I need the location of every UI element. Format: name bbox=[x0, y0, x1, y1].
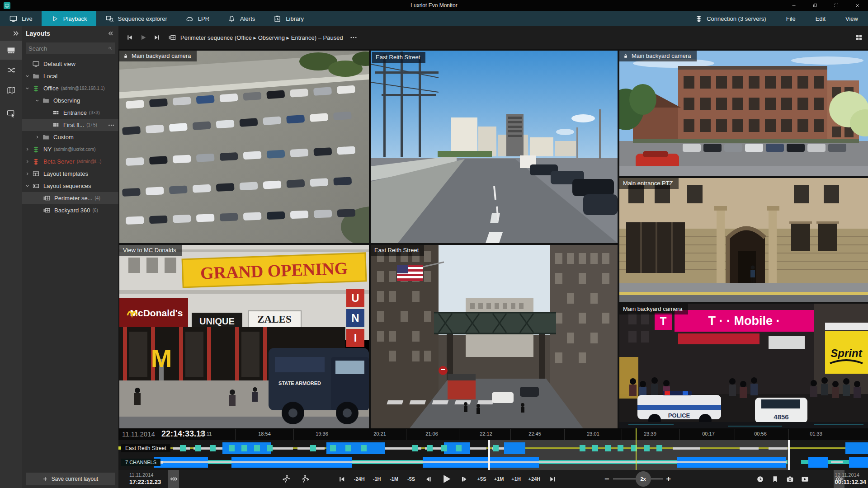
zoom-slider[interactable]: 2x bbox=[613, 479, 663, 479]
fwd-5s-button[interactable]: +5S bbox=[474, 470, 490, 488]
tree-item-office-server[interactable]: Office(admin@192.168.1.1) bbox=[22, 82, 118, 94]
tab-lpr[interactable]: LPR bbox=[176, 11, 218, 26]
rail-maps-button[interactable] bbox=[0, 80, 22, 99]
current-time: 22:14:33.13 bbox=[161, 429, 205, 439]
svg-text:ZALES: ZALES bbox=[257, 314, 291, 325]
bookmark-icon[interactable] bbox=[771, 475, 779, 483]
playhead[interactable] bbox=[636, 428, 637, 470]
playback-toolbar: Perimeter sequence (Office ▸ Observing ▸… bbox=[118, 26, 868, 49]
chevron-right-icon[interactable] bbox=[22, 159, 32, 164]
selection-end-handle[interactable] bbox=[788, 440, 790, 470]
tree-item-backyard-sequence[interactable]: Backyard 360(6) bbox=[22, 204, 118, 216]
tree-item-beta-server[interactable]: Beta Server(admin@l...) bbox=[22, 155, 118, 168]
tab-sequence-explorer[interactable]: Sequence explorer bbox=[96, 11, 176, 26]
restore-button[interactable] bbox=[804, 0, 826, 11]
rail-sequences-button[interactable] bbox=[0, 61, 22, 80]
camera-label: Main backyard camera bbox=[119, 51, 197, 61]
tree-item-entrance-layout[interactable]: Entrance(3×3) bbox=[22, 107, 118, 119]
jump-to-start-button[interactable] bbox=[334, 470, 349, 488]
camera-label: View to MC Donalds bbox=[119, 245, 182, 256]
next-sequence-button[interactable] bbox=[150, 31, 164, 44]
track-label[interactable]: East Reith Street bbox=[121, 444, 170, 452]
layout-grid-icon[interactable] bbox=[854, 33, 863, 42]
step-back-button[interactable] bbox=[421, 470, 436, 488]
play-sequence-button[interactable] bbox=[137, 31, 150, 44]
export-video-icon[interactable] bbox=[801, 475, 809, 483]
track-east-reith-street[interactable]: East Reith Street bbox=[118, 442, 868, 455]
view-menu[interactable]: View bbox=[835, 11, 868, 26]
connection-menu[interactable]: Connection (3 servers) bbox=[685, 11, 776, 26]
chevron-down-icon[interactable] bbox=[32, 98, 42, 103]
tree-item-default-view[interactable]: Default view bbox=[22, 58, 118, 70]
sequence-icon bbox=[43, 194, 51, 202]
tree-item-ny-server[interactable]: NY(admin@luxriot.com) bbox=[22, 143, 118, 155]
back-1h-button[interactable]: -1H bbox=[369, 470, 385, 488]
chevron-right-icon[interactable] bbox=[32, 135, 42, 140]
tree-item-custom[interactable]: Custom bbox=[22, 131, 118, 143]
rail-remote-monitor-button[interactable] bbox=[0, 104, 22, 123]
rail-layouts-button[interactable] bbox=[0, 41, 22, 60]
tab-library[interactable]: Library bbox=[264, 11, 313, 26]
zoom-slider-handle[interactable]: 2x bbox=[636, 471, 651, 487]
next-motion-event-icon[interactable] bbox=[299, 474, 309, 484]
time-range-icon[interactable] bbox=[756, 475, 764, 483]
tab-live[interactable]: Live bbox=[0, 11, 42, 26]
layouts-icon bbox=[6, 46, 16, 55]
fwd-24h-button[interactable]: +24H bbox=[526, 470, 543, 488]
selection-start-handle[interactable] bbox=[488, 440, 490, 470]
tree-item-first-floor-layout[interactable]: First fl...(1+5) bbox=[22, 119, 118, 131]
plus-icon bbox=[42, 476, 48, 482]
camera-tile-mcdonalds[interactable]: GRAND OPENING U N I Q U E McDonald's UNI… bbox=[119, 245, 369, 428]
step-forward-button[interactable] bbox=[457, 470, 472, 488]
tab-playback[interactable]: Playback bbox=[42, 11, 96, 26]
camera-tile-backyard-3[interactable]: T T · · Mobile · Sprint POLICE 4856 bbox=[619, 304, 868, 428]
chevron-down-icon[interactable] bbox=[22, 183, 32, 188]
snapshot-icon[interactable] bbox=[786, 475, 794, 483]
back-1m-button[interactable]: -1M bbox=[387, 470, 402, 488]
chevron-down-icon[interactable] bbox=[22, 74, 32, 79]
svg-text:Sprint: Sprint bbox=[830, 347, 862, 359]
camera-tile-east-reith-selected[interactable]: East Reith Street bbox=[371, 51, 618, 243]
tree-item-layout-templates[interactable]: Layout templates bbox=[22, 168, 118, 180]
jump-to-end-button[interactable] bbox=[545, 470, 560, 488]
track-label[interactable]: 7 CHANNELS bbox=[121, 459, 160, 466]
edit-menu[interactable]: Edit bbox=[806, 11, 835, 26]
previous-motion-event-icon[interactable] bbox=[281, 474, 291, 484]
timeline-tracks[interactable]: East Reith Street 7 CHANNELS bbox=[118, 440, 868, 470]
fwd-1m-button[interactable]: +1M bbox=[491, 470, 507, 488]
file-menu[interactable]: File bbox=[776, 11, 806, 26]
collapse-panel-icon[interactable] bbox=[107, 30, 115, 37]
layout-grid-icon bbox=[52, 121, 60, 129]
play-button[interactable] bbox=[438, 470, 455, 488]
minimize-button[interactable] bbox=[783, 0, 804, 11]
chevron-down-icon[interactable] bbox=[22, 86, 32, 91]
back-5s-button[interactable]: -5S bbox=[404, 470, 419, 488]
camera-tile-backyard-2[interactable]: Main backyard camera bbox=[619, 51, 868, 176]
sequence-menu-icon[interactable] bbox=[349, 33, 358, 42]
tree-item-observing[interactable]: Observing bbox=[22, 94, 118, 107]
fwd-1h-button[interactable]: +1H bbox=[509, 470, 524, 488]
range-start-adjust[interactable] bbox=[168, 470, 179, 488]
fullscreen-button[interactable] bbox=[826, 0, 847, 11]
tree-item-layout-sequences[interactable]: Layout sequences bbox=[22, 180, 118, 192]
camera-tile-east-reith-2[interactable]: East Reith Street bbox=[371, 245, 618, 428]
expand-panel-icon[interactable] bbox=[11, 30, 20, 37]
ruler-tick: 23:39 bbox=[644, 431, 656, 436]
search-input[interactable] bbox=[28, 45, 108, 52]
tree-item-perimeter-sequence[interactable]: Perimeter se...(4) bbox=[22, 192, 118, 204]
camera-tile-entrance-ptz[interactable]: Main entrance PTZ bbox=[619, 178, 868, 302]
save-current-layout-button[interactable]: Save current layout bbox=[26, 473, 115, 485]
close-button[interactable] bbox=[847, 0, 868, 11]
previous-sequence-button[interactable] bbox=[123, 31, 137, 44]
chevron-right-icon[interactable] bbox=[22, 171, 32, 176]
back-24h-button[interactable]: -24H bbox=[351, 470, 368, 488]
camera-tile-backyard-1[interactable]: Main backyard camera bbox=[119, 51, 369, 243]
item-menu-icon[interactable] bbox=[108, 122, 115, 129]
timeline-ruler[interactable]: 11.11.2014 22:14:33.13 18:1118:5419:3620… bbox=[118, 428, 868, 440]
tab-alerts[interactable]: Alerts bbox=[218, 11, 264, 26]
tree-item-local[interactable]: Local bbox=[22, 70, 118, 82]
zoom-in-button[interactable]: + bbox=[666, 474, 671, 484]
chevron-right-icon[interactable] bbox=[22, 147, 32, 152]
track-all-channels[interactable]: 7 CHANNELS bbox=[118, 455, 868, 469]
zoom-out-button[interactable]: − bbox=[604, 474, 609, 484]
